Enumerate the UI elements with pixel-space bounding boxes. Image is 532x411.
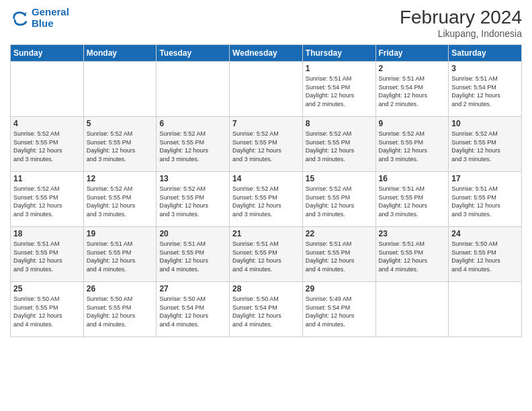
calendar-cell: 11Sunrise: 5:52 AM Sunset: 5:55 PM Dayli…: [11, 172, 84, 227]
calendar-cell: 9Sunrise: 5:52 AM Sunset: 5:55 PM Daylig…: [375, 117, 449, 172]
calendar-cell: 21Sunrise: 5:51 AM Sunset: 5:55 PM Dayli…: [230, 227, 303, 282]
day-number: 21: [232, 229, 300, 238]
day-number: 22: [306, 229, 373, 238]
calendar-cell: 3Sunrise: 5:51 AM Sunset: 5:54 PM Daylig…: [449, 62, 522, 117]
day-number: 20: [159, 229, 226, 238]
logo: General Blue: [10, 7, 69, 29]
day-info: Sunrise: 5:51 AM Sunset: 5:55 PM Dayligh…: [379, 240, 446, 273]
day-info: Sunrise: 5:52 AM Sunset: 5:55 PM Dayligh…: [13, 185, 81, 218]
day-number: 13: [159, 174, 226, 183]
calendar-cell: 20Sunrise: 5:51 AM Sunset: 5:55 PM Dayli…: [157, 227, 230, 282]
day-info: Sunrise: 5:50 AM Sunset: 5:55 PM Dayligh…: [451, 240, 519, 273]
day-info: Sunrise: 5:52 AM Sunset: 5:55 PM Dayligh…: [379, 130, 446, 163]
day-info: Sunrise: 5:50 AM Sunset: 5:54 PM Dayligh…: [232, 295, 300, 328]
calendar-week-row: 25Sunrise: 5:50 AM Sunset: 5:55 PM Dayli…: [11, 282, 522, 337]
calendar-cell: 22Sunrise: 5:51 AM Sunset: 5:55 PM Dayli…: [302, 227, 375, 282]
day-info: Sunrise: 5:50 AM Sunset: 5:54 PM Dayligh…: [159, 295, 226, 328]
calendar-cell: 25Sunrise: 5:50 AM Sunset: 5:55 PM Dayli…: [11, 282, 84, 337]
day-number: 15: [306, 174, 373, 183]
calendar-week-row: 4Sunrise: 5:52 AM Sunset: 5:55 PM Daylig…: [11, 117, 522, 172]
calendar-cell: 27Sunrise: 5:50 AM Sunset: 5:54 PM Dayli…: [157, 282, 230, 337]
day-number: 26: [87, 284, 154, 293]
day-number: 3: [451, 64, 519, 73]
day-info: Sunrise: 5:51 AM Sunset: 5:54 PM Dayligh…: [306, 75, 373, 108]
calendar-cell: 29Sunrise: 5:49 AM Sunset: 5:54 PM Dayli…: [302, 282, 375, 337]
calendar-cell: 24Sunrise: 5:50 AM Sunset: 5:55 PM Dayli…: [449, 227, 522, 282]
title-area: February 2024 Likupang, Indonesia: [400, 7, 522, 39]
day-info: Sunrise: 5:51 AM Sunset: 5:54 PM Dayligh…: [451, 75, 519, 108]
calendar-cell: 10Sunrise: 5:52 AM Sunset: 5:55 PM Dayli…: [449, 117, 522, 172]
day-number: 9: [379, 119, 446, 128]
day-info: Sunrise: 5:52 AM Sunset: 5:55 PM Dayligh…: [159, 130, 226, 163]
calendar-cell: 13Sunrise: 5:52 AM Sunset: 5:55 PM Dayli…: [157, 172, 230, 227]
calendar-week-row: 1Sunrise: 5:51 AM Sunset: 5:54 PM Daylig…: [11, 62, 522, 117]
calendar-cell: 2Sunrise: 5:51 AM Sunset: 5:54 PM Daylig…: [375, 62, 449, 117]
day-info: Sunrise: 5:52 AM Sunset: 5:55 PM Dayligh…: [232, 130, 300, 163]
day-number: 7: [232, 119, 300, 128]
calendar-cell: [157, 62, 230, 117]
col-wednesday: Wednesday: [230, 45, 303, 62]
calendar-cell: 28Sunrise: 5:50 AM Sunset: 5:54 PM Dayli…: [230, 282, 303, 337]
day-number: 14: [232, 174, 300, 183]
day-number: 27: [159, 284, 226, 293]
calendar-cell: 16Sunrise: 5:51 AM Sunset: 5:55 PM Dayli…: [375, 172, 449, 227]
location: Likupang, Indonesia: [400, 28, 522, 39]
day-number: 29: [306, 284, 373, 293]
day-number: 6: [159, 119, 226, 128]
day-number: 18: [13, 229, 81, 238]
day-number: 19: [87, 229, 154, 238]
day-info: Sunrise: 5:52 AM Sunset: 5:55 PM Dayligh…: [87, 130, 154, 163]
calendar-table: Sunday Monday Tuesday Wednesday Thursday…: [10, 44, 522, 337]
logo-line1: General: [32, 7, 69, 18]
col-friday: Friday: [375, 45, 449, 62]
day-number: 10: [451, 119, 519, 128]
logo-line2: Blue: [32, 18, 69, 30]
day-number: 11: [13, 174, 81, 183]
calendar-header-row: Sunday Monday Tuesday Wednesday Thursday…: [11, 45, 522, 62]
day-info: Sunrise: 5:52 AM Sunset: 5:55 PM Dayligh…: [232, 185, 300, 218]
day-number: 8: [306, 119, 373, 128]
calendar-cell: [11, 62, 84, 117]
day-number: 23: [379, 229, 446, 238]
day-info: Sunrise: 5:50 AM Sunset: 5:55 PM Dayligh…: [87, 295, 154, 328]
calendar-cell: 5Sunrise: 5:52 AM Sunset: 5:55 PM Daylig…: [83, 117, 157, 172]
day-info: Sunrise: 5:51 AM Sunset: 5:55 PM Dayligh…: [87, 240, 154, 273]
day-info: Sunrise: 5:51 AM Sunset: 5:55 PM Dayligh…: [159, 240, 226, 273]
day-info: Sunrise: 5:52 AM Sunset: 5:55 PM Dayligh…: [451, 130, 519, 163]
calendar-cell: 6Sunrise: 5:52 AM Sunset: 5:55 PM Daylig…: [157, 117, 230, 172]
calendar-cell: 12Sunrise: 5:52 AM Sunset: 5:55 PM Dayli…: [83, 172, 157, 227]
day-number: 28: [232, 284, 300, 293]
day-number: 12: [87, 174, 154, 183]
col-monday: Monday: [83, 45, 157, 62]
day-number: 25: [13, 284, 81, 293]
calendar-week-row: 18Sunrise: 5:51 AM Sunset: 5:55 PM Dayli…: [11, 227, 522, 282]
month-title: February 2024: [400, 7, 522, 28]
day-info: Sunrise: 5:51 AM Sunset: 5:55 PM Dayligh…: [451, 185, 519, 218]
col-saturday: Saturday: [449, 45, 522, 62]
day-number: 17: [451, 174, 519, 183]
calendar-cell: 15Sunrise: 5:52 AM Sunset: 5:55 PM Dayli…: [302, 172, 375, 227]
calendar-cell: 26Sunrise: 5:50 AM Sunset: 5:55 PM Dayli…: [83, 282, 157, 337]
calendar-cell: 7Sunrise: 5:52 AM Sunset: 5:55 PM Daylig…: [230, 117, 303, 172]
calendar-week-row: 11Sunrise: 5:52 AM Sunset: 5:55 PM Dayli…: [11, 172, 522, 227]
calendar-cell: 23Sunrise: 5:51 AM Sunset: 5:55 PM Dayli…: [375, 227, 449, 282]
calendar-cell: 19Sunrise: 5:51 AM Sunset: 5:55 PM Dayli…: [83, 227, 157, 282]
day-info: Sunrise: 5:50 AM Sunset: 5:55 PM Dayligh…: [13, 295, 81, 328]
calendar-cell: 4Sunrise: 5:52 AM Sunset: 5:55 PM Daylig…: [11, 117, 84, 172]
calendar-cell: 17Sunrise: 5:51 AM Sunset: 5:55 PM Dayli…: [449, 172, 522, 227]
day-info: Sunrise: 5:52 AM Sunset: 5:55 PM Dayligh…: [306, 185, 373, 218]
day-info: Sunrise: 5:52 AM Sunset: 5:55 PM Dayligh…: [159, 185, 226, 218]
day-number: 4: [13, 119, 81, 128]
day-info: Sunrise: 5:52 AM Sunset: 5:55 PM Dayligh…: [13, 130, 81, 163]
calendar-cell: [230, 62, 303, 117]
logo-icon: [10, 9, 29, 28]
header-area: General Blue February 2024 Likupang, Ind…: [10, 7, 522, 39]
day-info: Sunrise: 5:49 AM Sunset: 5:54 PM Dayligh…: [306, 295, 373, 328]
logo-text-block: General Blue: [32, 7, 69, 29]
calendar-cell: [375, 282, 449, 337]
page-container: General Blue February 2024 Likupang, Ind…: [0, 0, 532, 344]
day-number: 1: [306, 64, 373, 73]
calendar-cell: 1Sunrise: 5:51 AM Sunset: 5:54 PM Daylig…: [302, 62, 375, 117]
calendar-cell: [83, 62, 157, 117]
day-info: Sunrise: 5:51 AM Sunset: 5:55 PM Dayligh…: [379, 185, 446, 218]
